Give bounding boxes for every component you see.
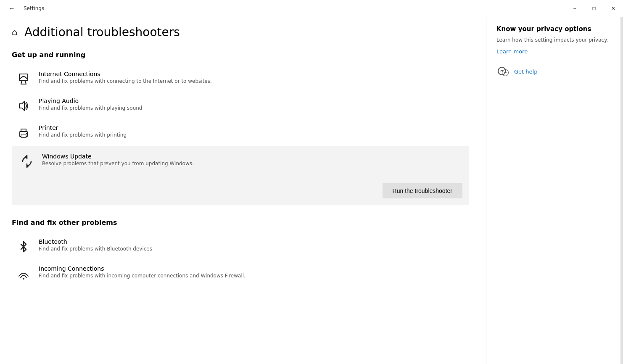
svg-line-2 xyxy=(25,81,26,84)
window-controls: − □ ✕ xyxy=(565,0,623,17)
printer-title: Printer xyxy=(39,124,127,131)
internet-connections-title: Internet Connections xyxy=(39,71,212,77)
title-bar-left: ← Settings xyxy=(5,3,44,14)
windows-update-text: Windows Update Resolve problems that pre… xyxy=(42,153,194,166)
svg-marker-4 xyxy=(19,101,24,111)
title-bar: ← Settings − □ ✕ xyxy=(0,0,623,17)
internet-connections-text: Internet Connections Find and fix proble… xyxy=(39,71,212,84)
internet-connections-desc: Find and fix problems with connecting to… xyxy=(39,78,212,84)
bluetooth-icon xyxy=(15,238,32,255)
get-help-link[interactable]: Get help xyxy=(514,69,537,75)
incoming-connections-desc: Find and fix problems with incoming comp… xyxy=(39,273,246,279)
item-incoming-connections[interactable]: Incoming Connections Find and fix proble… xyxy=(12,260,469,287)
bluetooth-text: Bluetooth Find and fix problems with Blu… xyxy=(39,238,152,252)
internet-connections-icon xyxy=(15,71,32,87)
playing-audio-text: Playing Audio Find and fix problems with… xyxy=(39,98,142,111)
back-button[interactable]: ← xyxy=(5,3,18,14)
svg-point-13 xyxy=(504,72,505,73)
incoming-connections-text: Incoming Connections Find and fix proble… xyxy=(39,265,246,279)
section-heading-get-up-running: Get up and running xyxy=(12,51,469,59)
page-title-row: ⌂ Additional troubleshooters xyxy=(12,25,469,39)
home-icon: ⌂ xyxy=(12,27,18,37)
windows-update-header: Windows Update Resolve problems that pre… xyxy=(18,153,462,170)
printer-icon xyxy=(15,124,32,141)
learn-more-link[interactable]: Learn more xyxy=(496,48,528,55)
item-printer[interactable]: Printer Find and fix problems with print… xyxy=(12,119,469,146)
windows-update-desc: Resolve problems that prevent you from u… xyxy=(42,161,194,166)
maximize-button[interactable]: □ xyxy=(584,0,604,17)
printer-desc: Find and fix problems with printing xyxy=(39,132,127,138)
right-panel-desc: Learn how this setting impacts your priv… xyxy=(496,36,610,44)
svg-point-12 xyxy=(498,67,506,75)
windows-update-icon xyxy=(18,153,35,170)
svg-point-14 xyxy=(506,72,507,73)
page-title: Additional troubleshooters xyxy=(24,25,180,39)
close-button[interactable]: ✕ xyxy=(604,0,623,17)
svg-line-1 xyxy=(21,81,22,84)
svg-point-7 xyxy=(26,133,27,134)
incoming-connections-icon xyxy=(15,265,32,282)
run-btn-row: Run the troubleshooter xyxy=(18,177,462,205)
playing-audio-title: Playing Audio xyxy=(39,98,142,104)
printer-text: Printer Find and fix problems with print… xyxy=(39,124,127,138)
scrollbar[interactable] xyxy=(620,17,623,364)
get-help-icon xyxy=(496,65,510,78)
playing-audio-icon xyxy=(15,98,32,114)
section-get-up-running: Get up and running Internet Connectio xyxy=(12,51,469,205)
item-bluetooth[interactable]: Bluetooth Find and fix problems with Blu… xyxy=(12,233,469,260)
right-panel: Know your privacy options Learn how this… xyxy=(486,17,620,364)
item-windows-update[interactable]: Windows Update Resolve problems that pre… xyxy=(12,146,469,205)
minimize-button[interactable]: − xyxy=(565,0,584,17)
item-windows-update-container: Windows Update Resolve problems that pre… xyxy=(12,146,469,205)
svg-rect-6 xyxy=(21,134,26,137)
incoming-connections-title: Incoming Connections xyxy=(39,265,246,272)
item-internet-connections[interactable]: Internet Connections Find and fix proble… xyxy=(12,66,469,92)
section-heading-find-fix: Find and fix other problems xyxy=(12,219,469,227)
bluetooth-title: Bluetooth xyxy=(39,238,152,245)
svg-point-8 xyxy=(23,278,24,280)
windows-update-title: Windows Update xyxy=(42,153,194,160)
right-panel-title: Know your privacy options xyxy=(496,25,610,33)
main-layout: ⌂ Additional troubleshooters Get up and … xyxy=(0,17,623,364)
content-area: ⌂ Additional troubleshooters Get up and … xyxy=(0,17,486,364)
run-troubleshooter-button[interactable]: Run the troubleshooter xyxy=(383,183,462,198)
bluetooth-desc: Find and fix problems with Bluetooth dev… xyxy=(39,246,152,252)
svg-rect-0 xyxy=(19,74,28,81)
item-playing-audio[interactable]: Playing Audio Find and fix problems with… xyxy=(12,92,469,119)
playing-audio-desc: Find and fix problems with playing sound xyxy=(39,105,142,111)
get-help-row: Get help xyxy=(496,65,610,78)
app-title: Settings xyxy=(24,5,44,11)
section-find-fix-other: Find and fix other problems Bluetooth Fi… xyxy=(12,219,469,287)
